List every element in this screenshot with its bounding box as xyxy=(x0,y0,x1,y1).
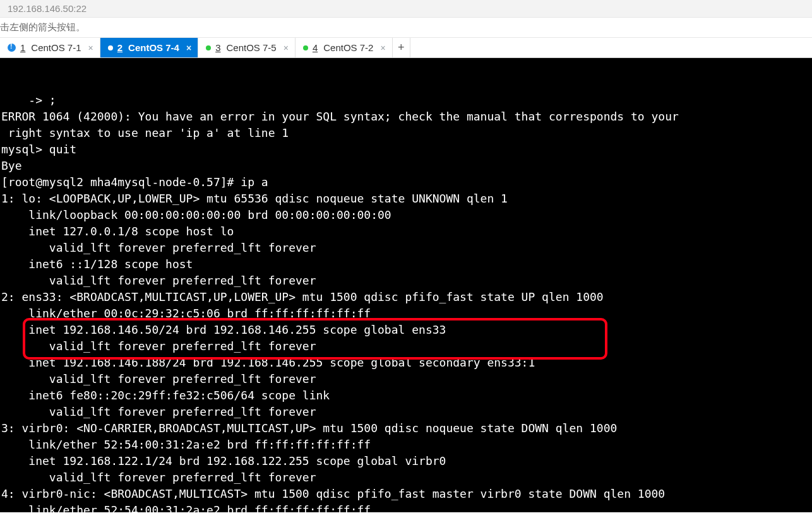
tab-label: CentOS 7-4 xyxy=(128,42,179,53)
terminal-line: inet 127.0.0.1/8 scope host lo xyxy=(1,223,811,240)
tab-label: CentOS 7-2 xyxy=(323,42,373,53)
tab-number: 1 xyxy=(20,42,25,53)
terminal-line: 1: lo: <LOOPBACK,UP,LOWER_UP> mtu 65536 … xyxy=(1,191,811,207)
terminal-line: valid_lft forever preferred_lft forever xyxy=(1,469,811,486)
terminal-line: link/loopback 00:00:00:00:00:00 brd 00:0… xyxy=(1,207,811,223)
terminal-line: valid_lft forever preferred_lft forever xyxy=(1,371,811,387)
terminal-line: inet6 fe80::20c:29ff:fe32:c506/64 scope … xyxy=(1,387,811,404)
terminal-line: valid_lft forever preferred_lft forever xyxy=(1,240,811,256)
tab-number: 3 xyxy=(215,42,220,53)
terminal-line: valid_lft forever preferred_lft forever xyxy=(1,338,811,355)
tab-bar: 1CentOS 7-1×2CentOS 7-4×3CentOS 7-5×4Cen… xyxy=(0,38,812,58)
tab-number: 2 xyxy=(117,42,122,53)
terminal-line: link/ether 52:54:00:31:2a:e2 brd ff:ff:f… xyxy=(1,437,811,453)
terminal-line: [root@mysql2 mha4mysql-node-0.57]# ip a xyxy=(1,174,811,191)
tab-centos-7-2[interactable]: 4CentOS 7-2× xyxy=(296,38,393,57)
tab-label: CentOS 7-1 xyxy=(31,42,81,53)
status-dot-icon xyxy=(303,45,308,50)
tab-centos-7-1[interactable]: 1CentOS 7-1× xyxy=(0,38,100,57)
status-dot-icon xyxy=(206,45,211,50)
terminal-line: link/ether 52:54:00:31:2a:e2 brd ff:ff:f… xyxy=(1,502,811,512)
terminal-line: mysql> quit xyxy=(1,141,811,158)
hint-bar: 击左侧的箭头按钮。 xyxy=(0,18,812,38)
terminal-line: Bye xyxy=(1,158,811,174)
terminal-line: -> ; xyxy=(1,92,811,109)
terminal-line: valid_lft forever preferred_lft forever xyxy=(1,404,811,420)
terminal-line: ERROR 1064 (42000): You have an error in… xyxy=(1,109,811,125)
tab-centos-7-5[interactable]: 3CentOS 7-5× xyxy=(198,38,296,57)
terminal-line: 2: ens33: <BROADCAST,MULTICAST,UP,LOWER_… xyxy=(1,289,811,305)
terminal-line: 4: virbr0-nic: <BROADCAST,MULTICAST> mtu… xyxy=(1,486,811,502)
terminal-line: right syntax to use near 'ip a' at line … xyxy=(1,125,811,141)
window-title: 192.168.146.50:22 xyxy=(8,3,87,14)
terminal-line: inet6 ::1/128 scope host xyxy=(1,256,811,273)
terminal-line: inet 192.168.122.1/24 brd 192.168.122.25… xyxy=(1,453,811,469)
terminal-output[interactable]: -> ;ERROR 1064 (42000): You have an erro… xyxy=(0,58,812,512)
new-tab-button[interactable]: + xyxy=(393,38,410,57)
terminal-line: inet 192.168.146.188/24 brd 192.168.146.… xyxy=(1,355,811,371)
info-icon xyxy=(8,44,16,52)
close-icon[interactable]: × xyxy=(186,44,191,52)
close-icon[interactable]: × xyxy=(88,44,93,52)
close-icon[interactable]: × xyxy=(284,44,289,52)
tab-label: CentOS 7-5 xyxy=(226,42,276,53)
terminal-line: 3: virbr0: <NO-CARRIER,BROADCAST,MULTICA… xyxy=(1,420,811,437)
tab-centos-7-4[interactable]: 2CentOS 7-4× xyxy=(100,38,198,57)
close-icon[interactable]: × xyxy=(380,44,385,52)
terminal-line: link/ether 00:0c:29:32:c5:06 brd ff:ff:f… xyxy=(1,305,811,322)
window-title-bar: 192.168.146.50:22 xyxy=(0,0,812,18)
hint-text: 击左侧的箭头按钮。 xyxy=(0,21,85,32)
terminal-line: valid_lft forever preferred_lft forever xyxy=(1,273,811,289)
status-dot-icon xyxy=(108,45,113,50)
tab-number: 4 xyxy=(313,42,318,53)
terminal-line: inet 192.168.146.50/24 brd 192.168.146.2… xyxy=(1,322,811,338)
